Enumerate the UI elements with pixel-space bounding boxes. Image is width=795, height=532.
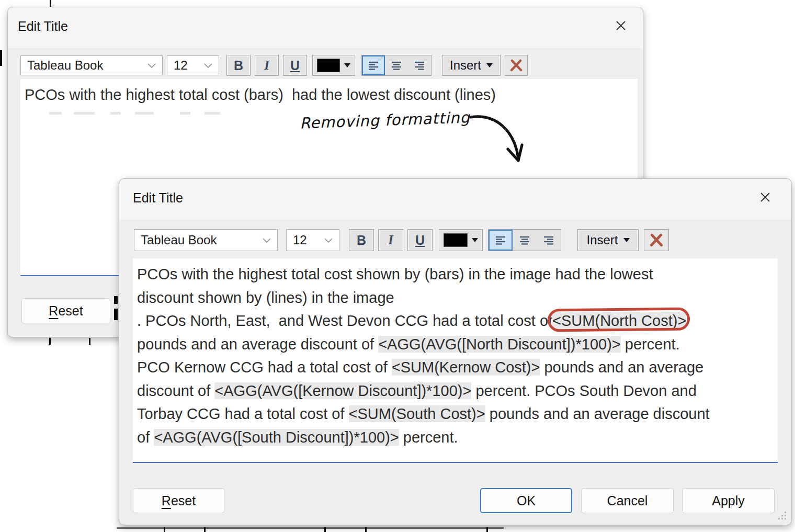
- align-left-button[interactable]: [489, 230, 513, 251]
- text-line: . PCOs North, East, and West Devon CCG h…: [137, 309, 710, 333]
- removed-field-mark: [74, 112, 95, 115]
- removed-field-mark: [135, 112, 154, 115]
- text-segment: PCO Kernow CCG had a total cost of: [137, 359, 392, 376]
- color-swatch-black: [444, 233, 468, 247]
- text-line: discount of <AGG(AVG([Kernow Discount])*…: [137, 379, 710, 403]
- removed-field-mark: [110, 112, 121, 115]
- chart-tick-fragment: [164, 527, 165, 532]
- field-token: <AGG(AVG([Kernow Discount])*100)>: [214, 382, 471, 399]
- annotation-arrow: [463, 105, 531, 175]
- field-token: <AGG(AVG([South Discount])*100)>: [154, 429, 399, 446]
- chart-tick-fragment: [50, 0, 51, 7]
- text-line: discount shown by (lines) in the image: [137, 286, 710, 310]
- close-icon[interactable]: [612, 17, 630, 35]
- reset-button[interactable]: Reset: [133, 488, 224, 513]
- reset-button[interactable]: Reset: [21, 298, 110, 323]
- italic-button[interactable]: I: [255, 55, 279, 76]
- clear-formatting-button[interactable]: [644, 229, 669, 251]
- font-family-value: Tableau Book: [27, 58, 103, 73]
- text-line: Torbay CCG had a total cost of <SUM(Sout…: [137, 402, 710, 426]
- field-token: <AGG(AVG([North Discount])*100)>: [378, 336, 621, 353]
- chart-axis-fragment: [117, 527, 504, 529]
- underline-button[interactable]: U: [283, 55, 307, 76]
- insert-menu-button[interactable]: Insert: [442, 55, 501, 76]
- align-right-button[interactable]: [537, 230, 561, 251]
- resize-grip-icon[interactable]: [777, 510, 787, 520]
- screenshot-canvas: Edit Title Tableau Book 12 B I U: [0, 0, 795, 532]
- align-center-button[interactable]: [385, 55, 408, 75]
- align-center-button[interactable]: [513, 230, 537, 251]
- cancel-button[interactable]: Cancel: [581, 488, 674, 513]
- chart-tick-fragment: [204, 527, 206, 532]
- removed-field-mark: [205, 112, 220, 115]
- text-segment: PCOs with the highest total cost shown b…: [137, 266, 653, 282]
- font-color-button[interactable]: [312, 55, 355, 76]
- dropdown-arrow-icon: [486, 63, 493, 67]
- bold-button[interactable]: B: [349, 229, 374, 251]
- dialog-titlebar: [119, 179, 791, 220]
- color-swatch-black: [317, 59, 340, 72]
- chevron-down-icon: [263, 238, 271, 243]
- text-segment: percent.: [399, 429, 458, 446]
- bold-button[interactable]: B: [226, 55, 251, 76]
- ok-button[interactable]: OK: [480, 488, 572, 513]
- clear-formatting-x-icon: [509, 59, 523, 72]
- text-line: PCO Kernow CCG had a total cost of <SUM(…: [137, 356, 710, 379]
- dropdown-arrow-icon: [623, 238, 630, 242]
- font-family-select[interactable]: Tableau Book: [20, 55, 163, 75]
- chart-tick-fragment: [49, 338, 51, 345]
- chevron-down-icon: [204, 63, 212, 68]
- close-icon[interactable]: [756, 188, 774, 206]
- insert-menu-button[interactable]: Insert: [577, 229, 639, 251]
- chart-tick-fragment: [89, 338, 90, 345]
- chart-tick-fragment: [486, 527, 488, 532]
- font-family-value: Tableau Book: [141, 233, 217, 247]
- font-size-select[interactable]: 12: [286, 229, 339, 251]
- chart-tick-fragment: [324, 527, 326, 532]
- font-color-button[interactable]: [439, 229, 483, 251]
- dialog-title: Edit Title: [133, 190, 183, 206]
- font-size-select[interactable]: 12: [167, 55, 219, 75]
- chart-tick-fragment: [365, 527, 367, 532]
- apply-button[interactable]: Apply: [682, 488, 775, 513]
- align-left-button[interactable]: [362, 55, 385, 75]
- back-title-text: PCOs with the highest total cost (bars) …: [25, 83, 496, 107]
- chevron-down-icon: [324, 238, 333, 243]
- text-segment: discount of: [137, 382, 214, 399]
- field-token: <SUM(North Cost)>: [552, 312, 686, 329]
- text-line: PCOs with the highest total cost shown b…: [137, 263, 710, 286]
- edit-title-dialog-front: Edit Title Tableau Book 12 B I U: [119, 178, 792, 525]
- dialog-title: Edit Title: [18, 19, 68, 34]
- text-segment: pounds and an average: [540, 359, 703, 376]
- chart-label-fragment: [0, 50, 2, 66]
- text-segment: Torbay CCG had a total cost of: [137, 405, 349, 422]
- text-segment: percent. PCOs South Devon and: [471, 382, 696, 399]
- field-token: <SUM(South Cost)>: [349, 405, 485, 422]
- font-size-value: 12: [174, 58, 188, 73]
- text-segment: discount shown by (lines) in the image: [137, 289, 394, 306]
- removed-field-mark: [180, 112, 190, 115]
- text-segment: . PCOs North, East, and West Devon CCG h…: [137, 312, 552, 329]
- chart-text-fragment: [114, 296, 118, 304]
- field-token: <SUM(Kernow Cost)>: [392, 359, 540, 376]
- text-segment: pounds and an average discount: [485, 405, 710, 422]
- front-body-text: PCOs with the highest total cost shown b…: [137, 263, 710, 449]
- chevron-down-icon: [147, 63, 156, 68]
- text-segment: percent.: [621, 336, 680, 353]
- align-right-button[interactable]: [408, 55, 431, 75]
- dialog-titlebar: [8, 7, 643, 48]
- text-line: pounds and an average discount of <AGG(A…: [137, 333, 710, 356]
- alignment-group: [361, 55, 431, 76]
- dropdown-arrow-icon: [472, 238, 478, 242]
- font-family-select[interactable]: Tableau Book: [134, 229, 278, 251]
- italic-button[interactable]: I: [378, 229, 403, 251]
- clear-formatting-x-icon: [649, 233, 664, 247]
- text-line: of <AGG(AVG([South Discount])*100)> perc…: [137, 426, 710, 449]
- alignment-group: [488, 229, 561, 251]
- title-text-area-front[interactable]: PCOs with the highest total cost shown b…: [133, 258, 778, 463]
- underline-button[interactable]: U: [407, 229, 433, 251]
- clear-formatting-button[interactable]: [505, 55, 528, 76]
- dropdown-arrow-icon: [344, 63, 350, 67]
- font-size-value: 12: [293, 233, 307, 247]
- removed-field-mark: [49, 112, 62, 115]
